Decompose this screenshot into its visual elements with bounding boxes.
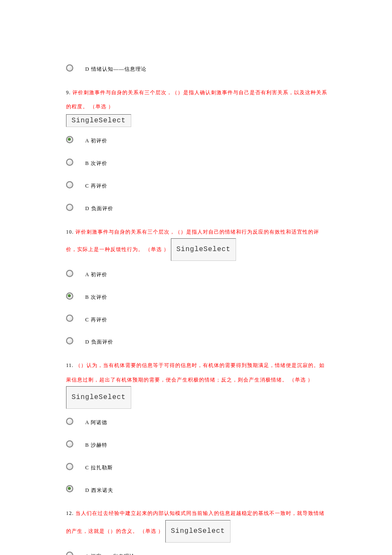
q9-option-b-label: B 次评价	[85, 160, 107, 167]
q9-option-d-label: D 负面评价	[85, 205, 113, 212]
q9-option-a-radio[interactable]	[66, 136, 73, 143]
q11-option-c-radio[interactable]	[66, 463, 73, 470]
q9-option-d-radio[interactable]	[66, 204, 73, 211]
q11-prompt: 11. （）认为，当有机体需要的信息等于可得的信息时，有机体的需要得到预期满足，…	[66, 358, 328, 409]
q10-type-badge: SingleSelect	[171, 238, 236, 261]
q9-tag: （单选 ）	[90, 104, 114, 110]
q8-option-d-label: D 情绪认知——信息理论	[85, 66, 147, 73]
q9-option-a-label: A 初评价	[85, 137, 107, 145]
q9-prompt: 9. 评价刺激事件与自身的关系有三个层次，（）是指人确认刺激事件与自己是否有利害…	[66, 86, 328, 114]
q10-option-b-label: B 次评价	[85, 294, 107, 301]
q11-option-d-radio[interactable]	[66, 485, 73, 492]
q11-text: （）认为，当有机体需要的信息等于可得的信息时，有机体的需要得到预期满足，情绪便是…	[66, 362, 325, 383]
q11-number: 11.	[66, 362, 74, 368]
q10-option-a-label: A 初评价	[85, 271, 107, 278]
q9-number: 9.	[66, 90, 71, 95]
q12-option-a-radio[interactable]	[66, 552, 73, 555]
q10-option-a-radio[interactable]	[66, 270, 73, 277]
q11-option-a-radio[interactable]	[66, 418, 73, 425]
q11-option-d-label: D 西米诺夫	[85, 487, 113, 494]
q9-option-b-radio[interactable]	[66, 159, 73, 166]
q12-type-badge: SingleSelect	[165, 520, 231, 543]
q9-option-c-label: C 再评价	[85, 182, 107, 190]
q10-prompt: 10. 评价刺激事件与自身的关系有三个层次，（）是指人对自己的情绪和行为反应的有…	[66, 225, 328, 261]
q10-option-d-radio[interactable]	[66, 337, 73, 344]
q10-number: 10.	[66, 229, 74, 235]
q12-option-a-label: A 评定——兴奋理论	[85, 553, 135, 555]
q11-option-c-label: C 拉扎勒斯	[85, 464, 113, 471]
q11-type-badge: SingleSelect	[66, 386, 131, 409]
q10-option-b-radio[interactable]	[66, 292, 73, 300]
q11-option-a-label: A 阿诺德	[85, 419, 107, 426]
q9-type-badge: SingleSelect	[66, 114, 131, 127]
q12-tag: （单选 ）	[140, 528, 164, 534]
q12-prompt: 12. 当人们在过去经验中建立起来的内部认知模式同当前输入的信息超越稳定的基线不…	[66, 506, 328, 542]
q11-option-b-radio[interactable]	[66, 440, 73, 448]
q10-option-d-label: D 负面评价	[85, 338, 113, 346]
q10-tag: （单选 ）	[145, 246, 169, 252]
q8-option-d-radio[interactable]	[66, 64, 73, 72]
q10-option-c-label: C 再评价	[85, 316, 107, 324]
q11-tag: （单选 ）	[289, 377, 313, 383]
q9-option-c-radio[interactable]	[66, 181, 73, 188]
q12-number: 12.	[66, 510, 74, 516]
q10-option-c-radio[interactable]	[66, 315, 73, 322]
q11-option-b-label: B 沙赫特	[85, 442, 107, 449]
